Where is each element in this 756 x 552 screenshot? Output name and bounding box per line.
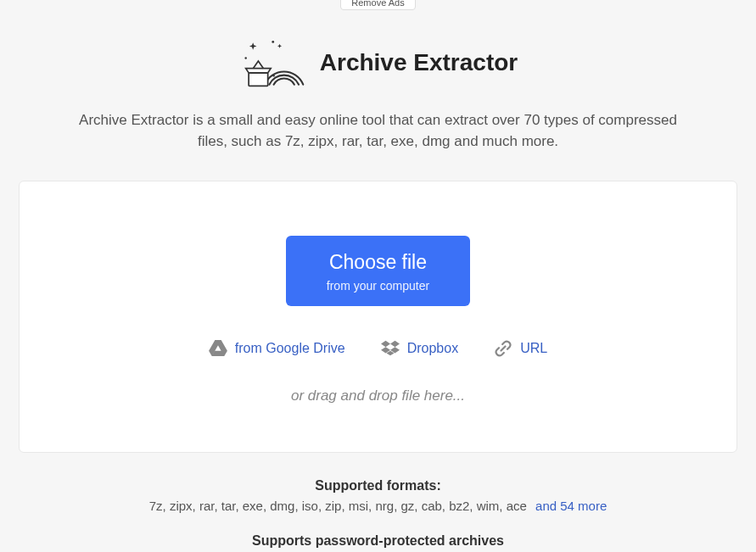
google-drive-label: from Google Drive <box>235 341 345 356</box>
svg-point-3 <box>272 75 274 76</box>
svg-rect-0 <box>249 73 268 86</box>
choose-file-sublabel: from your computer <box>327 279 429 293</box>
choose-file-button[interactable]: Choose file from your computer <box>286 236 470 306</box>
svg-point-2 <box>244 57 246 59</box>
url-button[interactable]: URL <box>494 340 547 357</box>
dropbox-button[interactable]: Dropbox <box>381 340 458 357</box>
drag-drop-hint: or drag and drop file here... <box>53 388 703 404</box>
supported-formats-list: 7z, zipx, rar, tar, exe, dmg, iso, zip, … <box>149 499 527 513</box>
password-support-text: Supports password-protected archives <box>0 533 756 549</box>
remove-ads-button[interactable]: Remove Ads <box>340 0 415 10</box>
supported-formats-heading: Supported formats: <box>0 478 756 493</box>
upload-card: Choose file from your computer from Goog… <box>19 181 737 453</box>
dropbox-icon <box>381 340 400 357</box>
link-icon <box>494 340 512 357</box>
page-header: Archive Extractor Archive Extractor is a… <box>0 34 756 152</box>
page-description: Archive Extractor is a small and easy on… <box>73 110 684 152</box>
choose-file-label: Choose file <box>327 251 429 274</box>
archive-rainbow-icon <box>238 34 305 92</box>
footer-info: Supported formats: 7z, zipx, rar, tar, e… <box>0 478 756 552</box>
svg-point-1 <box>272 41 274 43</box>
url-label: URL <box>520 341 547 356</box>
google-drive-icon <box>209 340 227 357</box>
page-title: Archive Extractor <box>320 49 518 76</box>
dropbox-label: Dropbox <box>407 341 458 356</box>
google-drive-button[interactable]: from Google Drive <box>209 340 345 357</box>
more-formats-link[interactable]: and 54 more <box>535 499 607 513</box>
